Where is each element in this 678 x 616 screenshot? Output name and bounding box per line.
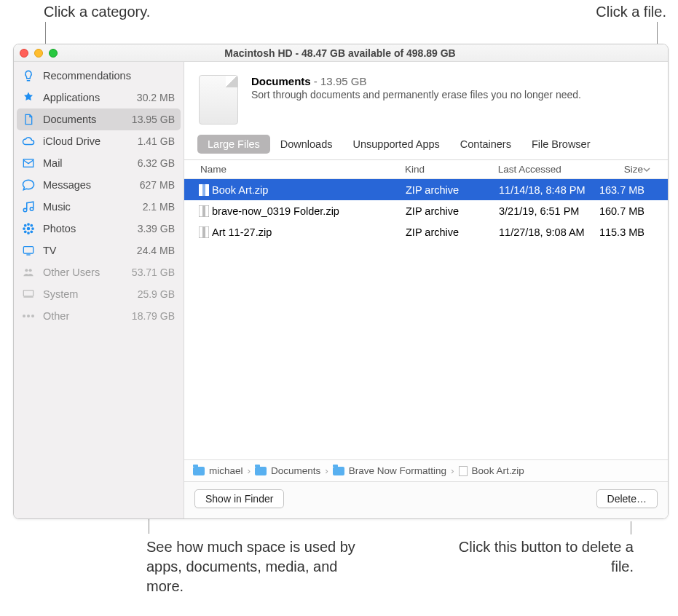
sidebar-item-messages[interactable]: Messages 627 MB xyxy=(14,174,184,196)
file-last-accessed: 3/21/19, 6:51 PM xyxy=(499,205,596,217)
sidebar-item-size: 1.41 GB xyxy=(138,135,175,147)
show-in-finder-button[interactable]: Show in Finder xyxy=(194,489,284,508)
path-segment[interactable]: michael xyxy=(193,465,243,476)
sidebar-item-system[interactable]: System 25.9 GB xyxy=(14,283,184,305)
zip-icon xyxy=(196,226,212,238)
sidebar-item-label: Other Users xyxy=(43,266,125,278)
sidebar-item-label: TV xyxy=(43,245,130,256)
delete-button[interactable]: Delete… xyxy=(596,489,658,508)
path-segment[interactable]: Book Art.zip xyxy=(459,465,524,476)
photos-icon xyxy=(21,221,36,236)
storage-management-window: Macintosh HD - 48.47 GB available of 498… xyxy=(13,44,669,519)
column-size[interactable]: Size xyxy=(595,164,643,175)
folder-icon xyxy=(193,467,205,475)
svg-point-7 xyxy=(30,224,33,227)
window-title: Macintosh HD - 48.47 GB available of 498… xyxy=(18,47,662,59)
sidebar-item-label: Documents xyxy=(43,114,125,125)
sidebar-item-other[interactable]: Other 18.79 GB xyxy=(14,305,184,327)
storage-available: 48.47 GB available of 498.89 GB xyxy=(301,47,456,59)
svg-rect-20 xyxy=(202,205,205,217)
disk-name: Macintosh HD xyxy=(224,47,292,59)
sidebar-item-label: Messages xyxy=(43,179,133,191)
content-pane: Documents - 13.95 GB Sort through docume… xyxy=(184,62,668,518)
zip-icon xyxy=(459,466,468,476)
sidebar-item-label: Applications xyxy=(43,92,130,103)
system-icon xyxy=(21,287,36,301)
column-last-accessed[interactable]: Last Accessed xyxy=(498,164,596,175)
file-row[interactable]: Art 11-27.zip ZIP archive 11/27/18, 9:08… xyxy=(184,221,668,242)
callout-bottom-right: Click this button to delete a file. xyxy=(452,537,634,577)
column-menu-icon[interactable] xyxy=(643,166,659,173)
sidebar-item-size: 3.39 GB xyxy=(138,223,175,234)
sidebar-item-label: Music xyxy=(43,201,135,213)
sidebar-item-photos[interactable]: Photos 3.39 GB xyxy=(14,218,184,240)
sidebar-item-other-users[interactable]: Other Users 53.71 GB xyxy=(14,261,184,283)
svg-point-5 xyxy=(31,227,34,230)
svg-point-4 xyxy=(23,227,25,230)
sidebar-item-label: iCloud Drive xyxy=(43,135,130,147)
zip-icon xyxy=(196,205,212,217)
music-icon xyxy=(21,200,36,214)
sidebar-item-label: Mail xyxy=(43,157,130,169)
svg-point-16 xyxy=(31,315,34,317)
hero-description: Sort through documents and permanently e… xyxy=(251,89,581,100)
svg-point-12 xyxy=(29,269,32,272)
sidebar-item-icloud-drive[interactable]: iCloud Drive 1.41 GB xyxy=(14,130,184,152)
footer: Show in Finder Delete… xyxy=(184,481,668,518)
tab-downloads[interactable]: Downloads xyxy=(270,135,343,154)
sidebar: Recommendations Applications 30.2 MB Doc… xyxy=(14,62,184,518)
sidebar-item-documents[interactable]: Documents 13.95 GB xyxy=(17,108,181,130)
sidebar-item-mail[interactable]: Mail 6.32 GB xyxy=(14,152,184,174)
sidebar-item-tv[interactable]: TV 24.4 MB xyxy=(14,240,184,261)
sidebar-item-size: 2.1 MB xyxy=(143,201,175,213)
sidebar-item-size: 30.2 MB xyxy=(137,92,175,103)
folder-icon xyxy=(255,467,267,475)
titlebar: Macintosh HD - 48.47 GB available of 498… xyxy=(14,44,668,62)
tv-icon xyxy=(21,243,36,258)
svg-point-15 xyxy=(27,315,30,317)
svg-point-14 xyxy=(23,315,25,317)
sidebar-item-label: Recommendations xyxy=(43,70,167,82)
cloud-icon xyxy=(21,134,36,149)
sidebar-item-size: 24.4 MB xyxy=(137,245,175,256)
file-last-accessed: 11/27/18, 9:08 AM xyxy=(499,226,596,238)
sidebar-item-applications[interactable]: Applications 30.2 MB xyxy=(14,87,184,108)
dots-icon xyxy=(21,309,36,323)
svg-point-1 xyxy=(27,227,31,231)
chevron-right-icon: › xyxy=(451,465,454,476)
column-kind[interactable]: Kind xyxy=(405,164,498,175)
callout-bottom-left: See how much space is used by apps, docu… xyxy=(146,537,358,596)
file-row[interactable]: brave-now_0319 Folder.zip ZIP archive 3/… xyxy=(184,200,668,221)
sidebar-item-label: Photos xyxy=(43,223,130,234)
sidebar-item-size: 627 MB xyxy=(140,179,175,191)
tab-large-files[interactable]: Large Files xyxy=(197,135,270,154)
file-kind: ZIP archive xyxy=(406,184,499,196)
file-size: 163.7 MB xyxy=(596,184,645,196)
file-kind: ZIP archive xyxy=(406,205,499,217)
sidebar-item-size: 6.32 GB xyxy=(138,157,175,169)
path-segment[interactable]: Brave Now Formatting xyxy=(333,465,446,476)
svg-rect-13 xyxy=(23,291,33,296)
lightbulb-icon xyxy=(21,68,36,83)
mail-icon xyxy=(21,156,36,170)
svg-rect-22 xyxy=(202,226,205,238)
file-last-accessed: 11/14/18, 8:48 PM xyxy=(499,184,596,196)
path-segment[interactable]: Documents xyxy=(255,465,320,476)
sidebar-item-label: System xyxy=(43,288,130,300)
sidebar-item-label: Other xyxy=(43,310,125,322)
file-row[interactable]: Book Art.zip ZIP archive 11/14/18, 8:48 … xyxy=(184,179,668,200)
svg-point-9 xyxy=(30,230,33,233)
sidebar-item-recommendations[interactable]: Recommendations xyxy=(14,65,184,87)
tab-file-browser[interactable]: File Browser xyxy=(521,135,601,154)
apps-icon xyxy=(21,90,36,105)
callout-top-left: Click a category. xyxy=(44,2,150,22)
svg-rect-18 xyxy=(202,184,205,196)
chevron-right-icon: › xyxy=(325,465,328,476)
column-name[interactable]: Name xyxy=(200,164,405,175)
svg-point-8 xyxy=(24,230,27,233)
tab-containers[interactable]: Containers xyxy=(450,135,521,154)
sidebar-item-music[interactable]: Music 2.1 MB xyxy=(14,196,184,218)
documents-icon xyxy=(199,75,238,125)
file-name: brave-now_0319 Folder.zip xyxy=(212,205,406,217)
tab-unsupported-apps[interactable]: Unsupported Apps xyxy=(342,135,449,154)
